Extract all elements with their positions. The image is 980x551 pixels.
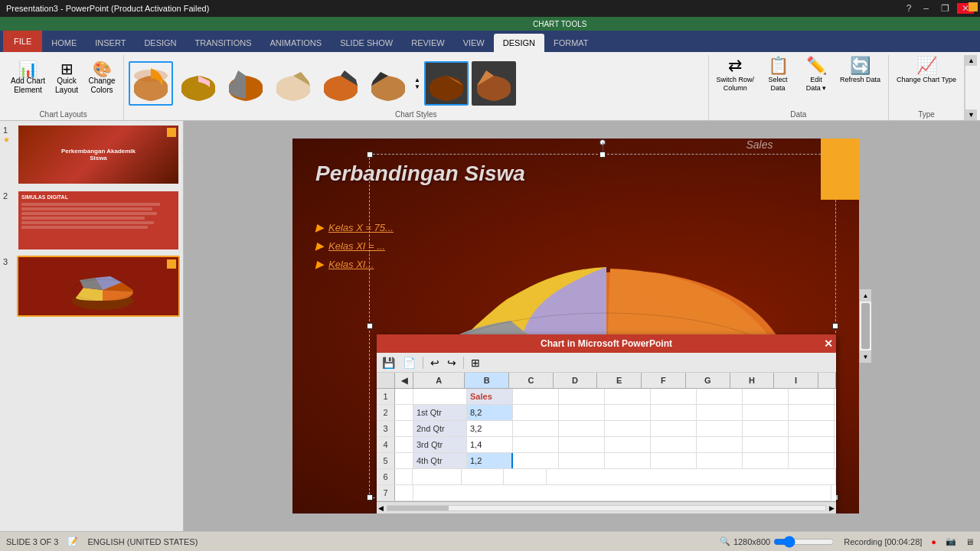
ss-scroll-track[interactable] [387,505,826,511]
ss-col-header-h[interactable]: H [730,373,775,388]
zoom-control[interactable]: 🔍 1280x800 [720,536,835,548]
ss-cell-b4[interactable]: 1,4 [467,437,513,452]
dt-redo-button[interactable]: ↪ [445,356,459,370]
ss-cell-d5[interactable] [559,453,605,468]
dt-save-button[interactable]: 💾 [380,356,397,370]
chart-style-3[interactable] [224,61,268,106]
tab-view[interactable]: VIEW [454,34,494,52]
ss-cell-h3[interactable] [743,421,789,436]
slide-thumb-3[interactable]: 3 [3,256,180,317]
ss-cell-g3[interactable] [697,421,743,436]
dt-undo-button[interactable]: ↩ [428,356,442,370]
switch-row-col-button[interactable]: ⇄ Switch Row/Column [712,55,760,110]
ss-cell-c1[interactable] [513,389,559,404]
ss-cell-d1[interactable] [559,389,605,404]
ss-cell-a1[interactable] [413,389,467,404]
data-table-close-button[interactable]: ✕ [824,337,833,350]
ss-cell-a2[interactable]: 1st Qtr [413,405,467,420]
ss-horizontal-scrollbar[interactable]: ◀ ▶ [377,501,836,514]
ss-col-header-d[interactable]: D [554,373,598,388]
ss-cell-e4[interactable] [605,437,651,452]
ss-col-header-i[interactable]: I [774,373,818,388]
ss-col-header-a[interactable]: A [413,373,465,388]
ss-cell-i2[interactable] [789,405,835,420]
ss-cell-g4[interactable] [697,437,743,452]
ss-cell-a4[interactable]: 3rd Qtr [413,437,467,452]
ss-col-header-b[interactable]: B [465,373,509,388]
ss-scroll-right[interactable]: ▶ [829,504,835,512]
ss-cell-c6[interactable] [504,469,546,484]
ss-cell-d4[interactable] [559,437,605,452]
select-data-button[interactable]: 📋 SelectData [759,55,797,110]
ss-cell-g2[interactable] [697,405,743,420]
ss-cell-f5[interactable] [651,453,697,468]
chart-styles-scroll-down[interactable]: ▼ [412,83,423,90]
quick-layout-button[interactable]: ⊞ QuickLayout [50,60,83,96]
ss-cell-g5[interactable] [697,453,743,468]
handle-ml[interactable] [367,323,373,329]
ss-cell-f3[interactable] [651,421,697,436]
ss-cell-i1[interactable] [789,389,835,404]
handle-bl[interactable] [367,494,373,500]
handle-mr[interactable] [832,323,838,329]
ss-cell-h1[interactable] [743,389,789,404]
ss-cell-d2[interactable] [559,405,605,420]
ss-cell-e1[interactable] [605,389,651,404]
ss-cell-e2[interactable] [605,405,651,420]
chart-style-5[interactable] [318,61,363,106]
chart-style-6[interactable] [366,61,410,106]
tab-file[interactable]: FILE [3,31,42,52]
ss-cell-b5[interactable]: 1,2 [467,453,513,468]
chart-style-1[interactable] [129,61,173,106]
handle-tl[interactable] [367,152,373,158]
tab-design2[interactable]: DESIGN [494,34,544,52]
ss-cell-h5[interactable] [743,453,789,468]
slide-img-3[interactable] [17,256,180,317]
ss-cell-e5[interactable] [605,453,651,468]
ss-cell-f4[interactable] [651,437,697,452]
minimize-button[interactable]: – [919,3,933,14]
slide-img-1[interactable]: Perkembangan AkademikSiswa [17,124,180,185]
ss-cell-f1[interactable] [651,389,697,404]
ss-cell-c2[interactable] [513,405,559,420]
tab-animations[interactable]: ANIMATIONS [261,34,332,52]
chart-style-8[interactable] [472,61,516,106]
ss-cell-f2[interactable] [651,405,697,420]
dt-file-button[interactable]: 📄 [400,356,418,370]
tab-design[interactable]: DESIGN [135,34,185,52]
ss-cell-b1[interactable]: Sales [467,389,513,404]
chart-style-7[interactable] [424,61,469,106]
ss-cell-c4[interactable] [513,437,559,452]
chart-style-2[interactable] [176,61,220,106]
ss-cell-b3[interactable]: 3,2 [467,421,513,436]
ss-cell-i4[interactable] [789,437,835,452]
ss-col-header-e[interactable]: E [597,373,642,388]
tab-slideshow[interactable]: SLIDE SHOW [331,34,402,52]
tab-home[interactable]: HOME [42,34,86,52]
ss-col-header-g[interactable]: G [686,373,730,388]
change-colors-button[interactable]: 🎨 ChangeColors [85,60,119,96]
tab-review[interactable]: REVIEW [402,34,453,52]
slide-right-scrollbar[interactable]: ▲ ▼ [859,289,871,363]
refresh-data-button[interactable]: 🔄 Refresh Data [835,55,885,110]
ss-cell-c3[interactable] [513,421,559,436]
scroll-track[interactable] [860,302,871,350]
zoom-slider[interactable] [773,536,835,548]
restore-button[interactable]: ❐ [936,3,954,14]
ss-col-header-f[interactable]: F [642,373,686,388]
help-button[interactable]: ? [902,3,916,14]
ss-cell-c5[interactable] [513,453,559,468]
ss-cell-i3[interactable] [789,421,835,436]
slide-img-2[interactable]: SIMULAS DIGITAL [17,190,180,251]
handle-tm[interactable] [599,152,606,158]
ribbon-scroll-up[interactable]: ▲ [965,55,977,66]
add-chart-element-button[interactable]: 📊 Add ChartElement [8,60,48,96]
change-chart-type-button[interactable]: 📈 Change Chart Type [892,55,961,110]
ss-cell-a5[interactable]: 4th Qtr [413,453,467,468]
ss-cell-a3[interactable]: 2nd Qtr [413,421,467,436]
ss-cell-a6[interactable] [413,469,462,484]
ss-cell-e3[interactable] [605,421,651,436]
tab-insert[interactable]: INSERT [86,34,135,52]
ss-cell-b2[interactable]: 8,2 [467,405,513,420]
slide-area[interactable]: Perbandingan Siswa ▶ Kelas X = 75... ▶ K… [184,121,980,531]
